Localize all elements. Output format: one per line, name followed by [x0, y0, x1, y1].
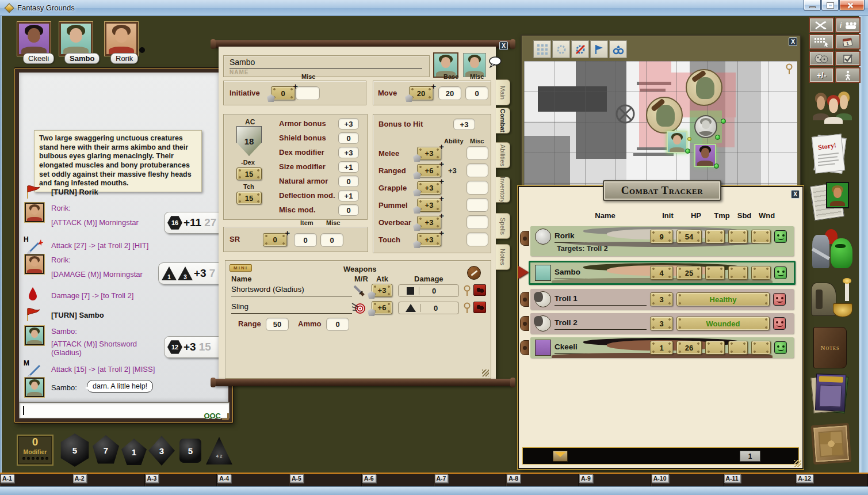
weapon-damage-bar[interactable]: 0 — [398, 284, 459, 297]
sidebar-options-button[interactable] — [835, 51, 861, 66]
sidebar-modifiers-button[interactable] — [809, 34, 834, 50]
hit-row-value[interactable]: +3 — [417, 199, 441, 212]
flag-tool-icon[interactable] — [590, 40, 608, 58]
hit-row-value[interactable]: +3 — [417, 216, 441, 229]
init-value[interactable]: 4 — [650, 266, 673, 280]
ac-touch-value[interactable]: 15 — [236, 192, 262, 204]
tracker-row-troll2[interactable]: Troll 2 3 Wounded — [530, 313, 794, 334]
d12-die[interactable]: 7 — [92, 435, 120, 465]
party-portrait-ckeeli[interactable] — [17, 22, 51, 56]
tmp-value[interactable] — [705, 230, 725, 243]
hotkey-slot[interactable]: A-1 — [0, 474, 72, 486]
hotkey-slot[interactable]: A-5 — [289, 474, 362, 486]
sidebar-characters-button[interactable] — [811, 87, 854, 124]
hotkey-slot[interactable]: A-4 — [217, 474, 289, 486]
hp-value[interactable]: 25 — [676, 266, 702, 280]
sidebar-tokens-button[interactable] — [812, 424, 850, 463]
grid-toggle-icon[interactable] — [533, 40, 551, 58]
maximize-button[interactable] — [821, 0, 839, 11]
wnd-value[interactable] — [751, 230, 771, 243]
d10-die[interactable]: 1 — [121, 439, 147, 465]
round-counter[interactable]: 1 — [740, 451, 760, 462]
row-handle-icon[interactable] — [520, 292, 529, 307]
hit-row-value[interactable]: +3 — [417, 233, 441, 246]
tmp-value[interactable] — [705, 266, 725, 280]
tracker-row-sambo[interactable]: Sambo 4 25 — [529, 261, 796, 285]
hotkey-slot[interactable]: A-6 — [362, 474, 434, 486]
sheet-close-icon[interactable]: X — [499, 41, 508, 50]
move-value[interactable]: 20 — [409, 86, 433, 100]
hit-row-misc[interactable] — [466, 233, 488, 246]
sidebar-story-button[interactable]: Story! — [812, 134, 850, 176]
token-troll-2[interactable] — [646, 97, 683, 134]
tracker-resize-grip[interactable] — [794, 460, 801, 467]
damage-type-button[interactable] — [473, 302, 486, 313]
sr-misc-field[interactable]: 0 — [320, 233, 343, 247]
row-handle-icon[interactable] — [520, 316, 529, 331]
ac-row-value[interactable]: 0 — [338, 204, 359, 216]
token-sambo[interactable] — [667, 131, 687, 153]
tab-abilities[interactable]: Abilities — [496, 142, 510, 168]
wnd-value[interactable] — [751, 341, 771, 355]
status-value[interactable]: Wounded — [676, 317, 770, 330]
sidebar-library-button[interactable] — [810, 374, 854, 414]
combat-tracker-title[interactable]: Combat Tracker — [603, 180, 721, 201]
sbd-value[interactable] — [728, 266, 748, 280]
weapon-name[interactable]: Shortsword (Gladius) — [231, 285, 352, 296]
tab-inventory[interactable]: Inventory — [496, 177, 510, 203]
initiative-value[interactable]: 0 — [271, 86, 295, 100]
ooc-mode-label[interactable]: OOC — [204, 412, 221, 420]
token-tool-icon[interactable] — [609, 40, 627, 58]
tab-notes[interactable]: Notes — [496, 244, 510, 270]
map-canvas[interactable] — [524, 61, 797, 185]
range-field[interactable]: 50 — [266, 318, 289, 331]
sidebar-personalities-button[interactable] — [810, 229, 854, 271]
hotkey-slot[interactable]: A-10 — [651, 474, 724, 486]
d8-die[interactable]: 3 — [148, 436, 175, 466]
tmp-value[interactable] — [705, 341, 725, 355]
ac-row-value[interactable]: +1 — [338, 190, 359, 201]
weapon-atk-value[interactable]: +6 — [372, 301, 392, 314]
hotkey-slot[interactable]: A-2 — [72, 474, 145, 486]
sidebar-dice-button[interactable] — [809, 51, 834, 66]
ac-row-value[interactable]: +3 — [338, 147, 359, 158]
initiative-misc-field[interactable] — [296, 86, 320, 100]
row-handle-icon[interactable] — [520, 340, 529, 355]
health-face-icon[interactable] — [773, 293, 786, 306]
init-value[interactable]: 3 — [650, 317, 673, 330]
sr-value[interactable]: 0 — [263, 233, 287, 246]
health-face-icon[interactable] — [774, 266, 787, 279]
clear-targets-icon[interactable] — [571, 40, 589, 58]
hotkey-slot[interactable]: A-9 — [579, 474, 651, 486]
bonus-to-hit-value[interactable]: +3 — [453, 119, 475, 130]
map-magnifier-icon[interactable] — [785, 63, 794, 75]
ac-row-value[interactable]: +3 — [338, 118, 359, 130]
hit-row-value[interactable]: +6 — [417, 164, 441, 177]
health-face-icon[interactable] — [773, 317, 786, 330]
move-base-field[interactable]: 20 — [438, 86, 461, 100]
ac-flatfooted-value[interactable]: 15 — [236, 167, 262, 180]
sidebar-plus-minus-button[interactable]: +/- — [809, 67, 834, 83]
sidebar-items-button[interactable] — [810, 278, 854, 319]
chat-resize-corner-icon[interactable] — [222, 413, 229, 420]
sidebar-images-button[interactable] — [811, 181, 851, 221]
hp-value[interactable]: 26 — [676, 341, 702, 355]
hotkey-slot[interactable]: A-11 — [724, 474, 796, 486]
mini-mode-chip[interactable]: MINI — [230, 264, 252, 272]
ac-row-value[interactable]: 0 — [338, 176, 359, 187]
sbd-value[interactable] — [728, 230, 748, 243]
tab-combat[interactable]: Combat — [496, 108, 510, 134]
row-handle-icon[interactable] — [520, 231, 529, 246]
sbd-value[interactable] — [728, 341, 748, 355]
token-troll-1[interactable] — [686, 69, 722, 106]
party-portrait-rorik[interactable] — [105, 22, 138, 56]
hit-row-misc[interactable] — [466, 198, 488, 212]
wnd-value[interactable] — [751, 266, 771, 280]
title-bar[interactable]: Fantasy Grounds — [0, 0, 868, 16]
edit-weapons-icon[interactable] — [467, 266, 481, 280]
hit-row-misc[interactable] — [466, 146, 488, 160]
target-select-icon[interactable] — [552, 40, 570, 58]
sheet-resize-grip[interactable] — [482, 370, 489, 376]
move-misc-field[interactable]: 0 — [465, 86, 488, 100]
d20-die[interactable]: 5 — [59, 433, 90, 467]
